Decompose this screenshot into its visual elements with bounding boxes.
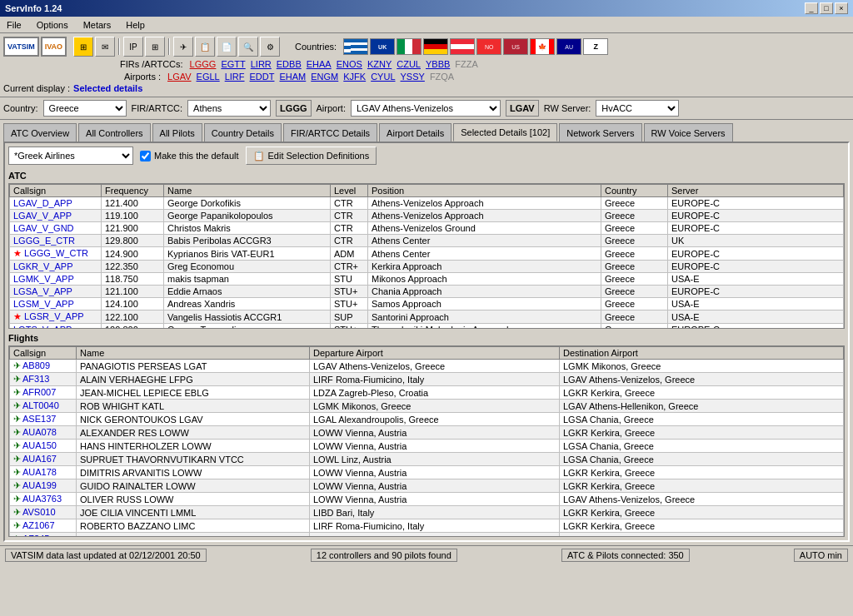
ap-eham[interactable]: EHAM — [279, 72, 306, 82]
flag-norway[interactable]: NO — [476, 38, 501, 55]
tab-selected-details[interactable]: Selected Details [102] — [453, 123, 557, 142]
flag-z[interactable]: Z — [583, 38, 608, 55]
fir-select[interactable]: Athens — [187, 100, 271, 117]
toolbar-icon-9[interactable]: ⚙ — [260, 37, 280, 57]
maximize-button[interactable]: □ — [820, 2, 833, 14]
edit-selection-button[interactable]: 📋 Edit Selection Definitions — [246, 147, 377, 165]
flag-austria[interactable] — [450, 38, 475, 55]
flag-greece[interactable] — [343, 38, 368, 55]
flight-row[interactable]: ✈AUA178 DIMITRIS ARVANITIS LOWW LOWW Vie… — [10, 466, 844, 479]
atc-row[interactable]: LGKR_V_APP 122.350 Greg Economou CTR+ Ke… — [10, 261, 844, 273]
flight-row[interactable]: ✈AUA167 SUPRUET THAVORNVUTIKARN VTCC LOW… — [10, 453, 844, 466]
col-position[interactable]: Position — [368, 185, 601, 197]
tab-network-servers[interactable]: Network Servers — [559, 123, 641, 142]
atc-row[interactable]: LGSM_V_APP 124.100 Andreas Xandris STU+ … — [10, 298, 844, 310]
atc-row[interactable]: LGAV_D_APP 121.400 George Dorkofikis CTR… — [10, 197, 844, 210]
flights-table-container[interactable]: Callsign Name Departure Airport Destinat… — [8, 345, 845, 537]
selected-details-link[interactable]: Selected details — [73, 83, 142, 93]
fcol-callsign[interactable]: Callsign — [10, 347, 77, 360]
fir-lirr[interactable]: LIRR — [251, 59, 272, 69]
default-checkbox-label[interactable]: Make this the default — [140, 151, 239, 161]
flag-italy[interactable] — [397, 38, 422, 55]
fir-ehaa[interactable]: EHAA — [307, 59, 332, 69]
rw-server-select[interactable]: HvACC — [596, 100, 679, 117]
flag-us[interactable]: US — [503, 38, 528, 55]
tab-all-pilots[interactable]: All Pilots — [152, 123, 202, 142]
flight-row[interactable]: ✈AUA199 GUIDO RAINALTER LOWW LOWW Vienna… — [10, 479, 844, 493]
flight-row[interactable]: ✈AFR007 JEAN-MICHEL LEPIECE EBLG LDZA Za… — [10, 386, 844, 400]
col-country[interactable]: Country — [601, 185, 668, 197]
fir-ybbb[interactable]: YBBB — [426, 59, 450, 69]
flight-row[interactable]: ✈AVS010 JOE CILIA VINCENTI LMML LIBD Bar… — [10, 506, 844, 519]
toolbar-icon-8[interactable]: 🔍 — [238, 37, 258, 57]
flight-row[interactable]: ✈AUA3763 OLIVER RUSS LOWW LOWW Vienna, A… — [10, 493, 844, 506]
ap-cyul[interactable]: CYUL — [371, 72, 395, 82]
fir-egtt[interactable]: EGTT — [221, 59, 245, 69]
tab-all-controllers[interactable]: All Controllers — [78, 123, 150, 142]
default-checkbox[interactable] — [140, 151, 151, 161]
ap-engm[interactable]: ENGM — [311, 72, 338, 82]
toolbar-icon-6[interactable]: 📋 — [195, 37, 215, 57]
atc-row[interactable]: LGGG_E_CTR 129.800 Babis Peribolas ACCGR… — [10, 235, 844, 247]
ap-kjfk[interactable]: KJFK — [343, 72, 366, 82]
col-callsign[interactable]: Callsign — [10, 185, 102, 197]
flight-row[interactable]: ✈AUA150 HANS HINTERHOLZER LOWW LOWW Vien… — [10, 440, 844, 453]
flight-row[interactable]: ✈AUA078 ALEXANDER RES LOWW LOWW Vienna, … — [10, 426, 844, 440]
fir-kzny[interactable]: KZNY — [367, 59, 392, 69]
col-frequency[interactable]: Frequency — [102, 185, 164, 197]
ap-lirf[interactable]: LIRF — [225, 72, 245, 82]
fcol-dest[interactable]: Destination Airport — [560, 347, 844, 360]
toolbar-icon-4[interactable]: ⊞ — [145, 37, 165, 57]
toolbar-icon-3[interactable]: IP — [123, 37, 143, 57]
atc-row[interactable]: LGMK_V_APP 118.750 makis tsapman STU Mik… — [10, 273, 844, 286]
toolbar-icon-2[interactable]: ✉ — [95, 37, 115, 57]
fir-czul[interactable]: CZUL — [397, 59, 421, 69]
ap-egll[interactable]: EGLL — [197, 72, 220, 82]
atc-row[interactable]: ★ LGGG_W_CTR 124.900 Kyprianos Biris VAT… — [10, 247, 844, 261]
tab-fir-details[interactable]: FIR/ARTCC Details — [283, 123, 377, 142]
col-level[interactable]: Level — [331, 185, 368, 197]
minimize-button[interactable]: _ — [805, 2, 818, 14]
tab-rw-voice[interactable]: RW Voice Servers — [644, 123, 733, 142]
atc-row[interactable]: ★ LGSR_V_APP 122.100 Vangelis Hassiotis … — [10, 310, 844, 324]
fir-lggg[interactable]: LGGG — [190, 59, 217, 69]
tab-country-details[interactable]: Country Details — [204, 123, 282, 142]
tab-airport-details[interactable]: Airport Details — [379, 123, 451, 142]
flight-row[interactable]: ✈AZ1067 ROBERTO BAZZANO LIMC LIRF Roma-F… — [10, 519, 844, 533]
flight-row[interactable]: ✈ALT0040 ROB WHIGHT KATL LGMK Mikonos, G… — [10, 400, 844, 413]
atc-row[interactable]: LGTS_V_APP 120.800 George Tsesmelis STU+… — [10, 324, 844, 330]
toolbar-icon-1[interactable]: ⊞ — [73, 37, 93, 57]
fcol-dep[interactable]: Departure Airport — [310, 347, 560, 360]
selection-dropdown[interactable]: *Greek Airlines — [8, 147, 133, 165]
toolbar-icon-5[interactable]: ✈ — [173, 37, 193, 57]
flag-germany[interactable] — [423, 38, 448, 55]
ap-eddt[interactable]: EDDT — [250, 72, 275, 82]
flag-uk[interactable]: UK — [370, 38, 395, 55]
flight-row[interactable]: ✈AF313 ALAIN VERHAEGHE LFPG LIRF Roma-Fi… — [10, 373, 844, 386]
fir-edbb[interactable]: EDBB — [277, 59, 302, 69]
atc-row[interactable]: LGAV_V_GND 121.900 Christos Makris CTR A… — [10, 222, 844, 235]
atc-table-container[interactable]: Callsign Frequency Name Level Position C… — [8, 183, 845, 329]
ap-yssy[interactable]: YSSY — [401, 72, 425, 82]
ap-lgav[interactable]: LGAV — [167, 72, 192, 82]
col-server[interactable]: Server — [668, 185, 844, 197]
country-select[interactable]: Greece — [43, 100, 127, 117]
atc-row[interactable]: LGSA_V_APP 121.100 Eddie Arnaos STU+ Cha… — [10, 286, 844, 298]
col-name[interactable]: Name — [164, 185, 331, 197]
close-button[interactable]: × — [835, 2, 848, 14]
flight-row[interactable]: ✈AB809 PANAGIOTIS PERSEAS LGAT LGAV Athe… — [10, 360, 844, 373]
fir-enos[interactable]: ENOS — [337, 59, 362, 69]
menu-help[interactable]: Help — [122, 19, 148, 31]
airport-select[interactable]: LGAV Athens-Venizelos — [351, 100, 501, 117]
flight-row[interactable]: ✈ASE137 NICK GERONTOUKOS LGAV LGAL Alexa… — [10, 413, 844, 426]
atc-row[interactable]: LGAV_V_APP 119.100 George Papanikolopoul… — [10, 210, 844, 222]
flag-australia[interactable]: AU — [556, 38, 581, 55]
tab-atc-overview[interactable]: ATC Overview — [3, 123, 77, 142]
flight-row[interactable]: ✈AZ345 TOMMASO STELLA LIMC LGKR Kerkira,… — [10, 533, 844, 538]
toolbar-icon-7[interactable]: 📄 — [217, 37, 237, 57]
fcol-name[interactable]: Name — [77, 347, 310, 360]
flag-canada[interactable]: 🍁 — [530, 38, 555, 55]
menu-metars[interactable]: Metars — [80, 19, 115, 31]
menu-file[interactable]: File — [3, 19, 25, 31]
menu-options[interactable]: Options — [33, 19, 72, 31]
